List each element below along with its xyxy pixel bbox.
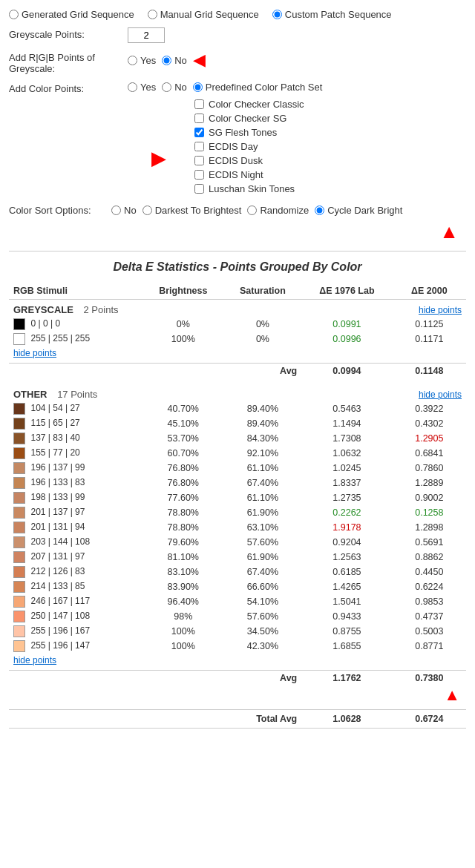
greyscale-input[interactable]: [128, 27, 165, 43]
sequence-manual-grid[interactable]: Manual Grid Sequence: [148, 9, 259, 20]
color-swatch: [13, 318, 25, 330]
rgb-cell: 255 | 196 | 147: [9, 639, 142, 654]
sequence-gen-grid[interactable]: Generated Grid Sequence: [9, 9, 134, 20]
saturation-cell: 54.10%: [224, 594, 302, 609]
rgb-label: 155 | 77 | 20: [30, 447, 79, 458]
de2000-cell: 0.4450: [393, 565, 466, 579]
sort-cycle-radio[interactable]: [315, 206, 324, 215]
rgb-yes-option[interactable]: Yes: [128, 55, 156, 66]
greyscale-avg-de2000: 0.1148: [393, 364, 466, 379]
rgb-label: 201 | 131 | 94: [30, 522, 85, 532]
rgb-no-radio[interactable]: [162, 56, 171, 65]
sort-random-radio[interactable]: [247, 206, 257, 215]
avg-arrow-cell: ▲: [9, 685, 466, 705]
de76-cell: 0.0991: [301, 317, 392, 332]
cc-classic-checkbox[interactable]: [194, 99, 204, 109]
color-swatch: [13, 333, 25, 345]
sort-darkest-option[interactable]: Darkest To Brightest: [142, 205, 242, 216]
other-hide-link-bottom[interactable]: hide points: [13, 655, 56, 665]
brightness-cell: 77.60%: [142, 490, 224, 505]
luschan-label[interactable]: Luschan Skin Tones: [209, 183, 295, 194]
rgb-cell: 201 | 131 | 94: [9, 520, 142, 535]
avg-arrow-icon: ▲: [444, 685, 460, 704]
brightness-cell: 53.70%: [142, 431, 224, 446]
sg-flesh-checkbox[interactable]: [194, 128, 204, 137]
brightness-cell: 45.10%: [142, 416, 224, 431]
checkbox-list: Color Checker Classic Color Checker SG S…: [194, 99, 304, 197]
color-yes-radio[interactable]: [128, 82, 137, 92]
sequence-gen-grid-label: Generated Grid Sequence: [22, 9, 134, 20]
ecdis-day-checkbox[interactable]: [194, 142, 204, 151]
ecdis-day-label[interactable]: ECDIS Day: [209, 141, 258, 152]
other-hide-link[interactable]: hide points: [419, 389, 462, 400]
rgb-yes-radio[interactable]: [128, 56, 137, 65]
other-data-row: 255 | 196 | 167 100% 34.50% 0.8755 0.500…: [9, 624, 466, 639]
brightness-cell: 98%: [142, 609, 224, 624]
add-color-options: Yes No Predefined Color Patch Set: [128, 82, 466, 93]
sort-no-label: No: [124, 205, 137, 216]
greyscale-hide-link[interactable]: hide points: [419, 305, 462, 315]
sort-no-option[interactable]: No: [111, 205, 137, 216]
rgb-cell: 214 | 133 | 85: [9, 579, 142, 594]
color-swatch: [13, 596, 25, 608]
sort-no-radio[interactable]: [111, 206, 121, 215]
sequence-gen-grid-radio[interactable]: [9, 10, 19, 19]
rgb-cell: 0 | 0 | 0: [9, 317, 142, 332]
other-data-row: 115 | 65 | 27 45.10% 89.40% 1.1494 0.430…: [9, 416, 466, 431]
rgb-cell: 196 | 133 | 83: [9, 476, 142, 490]
de76-cell: 0.2262: [301, 505, 392, 520]
sequence-custom-patch-label: Custom Patch Sequence: [285, 9, 392, 20]
ecdis-dusk-label[interactable]: ECDIS Dusk: [209, 155, 263, 166]
sort-cycle-option[interactable]: Cycle Dark Bright: [315, 205, 402, 216]
flesh-arrow-icon: ▶: [151, 147, 166, 170]
color-yes-option[interactable]: Yes: [128, 82, 156, 93]
color-no-radio[interactable]: [162, 82, 171, 92]
color-no-option[interactable]: No: [162, 82, 187, 93]
rgb-label: 196 | 133 | 83: [30, 477, 85, 487]
other-hide-cell: hide points: [393, 384, 466, 401]
other-avg-row: Avg 1.1762 0.7380: [9, 671, 466, 686]
de2000-cell: 0.1125: [393, 317, 466, 332]
ecdis-dusk-checkbox[interactable]: [194, 156, 204, 165]
de76-cell: 1.7308: [301, 431, 392, 446]
color-swatch: [13, 581, 25, 593]
greyscale-hide-link-bottom[interactable]: hide points: [13, 348, 56, 358]
cc-sg-checkbox[interactable]: [194, 114, 204, 123]
saturation-cell: 89.40%: [224, 416, 302, 431]
rgb-cell: 155 | 77 | 20: [9, 446, 142, 461]
saturation-cell: 61.10%: [224, 461, 302, 476]
brightness-cell: 100%: [142, 332, 224, 346]
cc-sg-label[interactable]: Color Checker SG: [209, 113, 286, 124]
ecdis-night-label[interactable]: ECDIS Night: [209, 169, 263, 180]
de76-cell: 0.9204: [301, 535, 392, 550]
cc-classic-label[interactable]: Color Checker Classic: [209, 99, 304, 110]
rgb-label: 201 | 137 | 97: [30, 507, 85, 517]
sort-darkest-radio[interactable]: [142, 206, 152, 215]
de2000-cell: 0.4302: [393, 416, 466, 431]
sort-darkest-label: Darkest To Brightest: [155, 205, 242, 216]
rgb-no-option[interactable]: No: [162, 55, 187, 66]
de2000-cell: 1.2905: [393, 431, 466, 446]
rgb-yes-label: Yes: [140, 55, 156, 66]
luschan-checkbox[interactable]: [194, 184, 204, 194]
rgb-label: 246 | 167 | 117: [30, 596, 90, 606]
total-avg-row: Total Avg 1.0628 0.6724: [9, 709, 466, 728]
de2000-cell: 0.8771: [393, 639, 466, 654]
greyscale-hide-cell: hide points: [393, 300, 466, 318]
rgb-label: 196 | 137 | 99: [30, 462, 85, 473]
sequence-manual-grid-radio[interactable]: [148, 10, 157, 19]
greyscale-hide-cell-bottom: hide points: [9, 346, 466, 364]
sort-random-option[interactable]: Randomize: [247, 205, 309, 216]
sequence-custom-patch-radio[interactable]: [272, 10, 282, 19]
color-predefined-option[interactable]: Predefined Color Patch Set: [193, 82, 323, 93]
de2000-cell: 0.6841: [393, 446, 466, 461]
sg-flesh-label[interactable]: SG Flesh Tones: [209, 127, 277, 138]
color-predefined-radio[interactable]: [193, 82, 203, 92]
ecdis-night-checkbox[interactable]: [194, 170, 204, 180]
rgb-no-label: No: [174, 55, 187, 66]
brightness-cell: 60.70%: [142, 446, 224, 461]
sequence-custom-patch[interactable]: Custom Patch Sequence: [272, 9, 392, 20]
add-color-label: Add Color Points:: [9, 82, 128, 94]
other-avg-de2000: 0.7380: [393, 671, 466, 686]
other-data-row: 201 | 131 | 94 78.80% 63.10% 1.9178 1.28…: [9, 520, 466, 535]
